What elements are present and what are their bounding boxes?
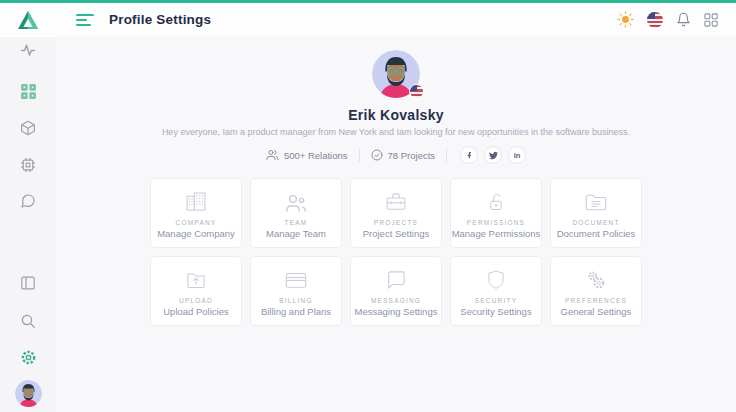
card-category: PROJECTS [374, 219, 418, 226]
profile-bio: Hey everyone, Iam a product manager from… [56, 127, 736, 137]
facebook-button[interactable] [460, 146, 478, 164]
card-messaging-settings[interactable]: MESSAGING Messaging Settings [350, 256, 442, 326]
card-category: PREFERENCES [565, 297, 627, 304]
sidebar [0, 3, 56, 412]
folder-upload-icon [183, 265, 209, 293]
search-icon [20, 313, 36, 329]
card-category: DOCUMENT [572, 219, 619, 226]
shield-icon [484, 265, 508, 293]
divider [446, 148, 447, 162]
box-icon [20, 120, 36, 136]
settings-cards-grid: COMPANY Manage Company TEAM Manage Team [150, 178, 642, 326]
card-general-settings[interactable]: PREFERENCES General Settings [550, 256, 642, 326]
sidebar-item-system[interactable] [0, 157, 56, 173]
profile-name: Erik Kovalsky [56, 107, 736, 123]
twitter-button[interactable] [484, 146, 502, 164]
profile-avatar[interactable] [372, 50, 420, 98]
grid-icon [704, 13, 718, 27]
card-project-settings[interactable]: PROJECTS Project Settings [350, 178, 442, 248]
activity-icon [20, 42, 36, 58]
profile-stats-row: 500+ Relations 78 Projects [56, 146, 736, 164]
relations-stat-label: 500+ Relations [284, 150, 348, 161]
card-title: Manage Company [157, 228, 235, 239]
card-title: Manage Permissions [452, 228, 541, 239]
card-title: Messaging Settings [355, 306, 438, 317]
sidebar-user-avatar[interactable] [15, 380, 42, 407]
card-title: Security Settings [460, 306, 531, 317]
projects-stat: 78 Projects [371, 149, 436, 161]
apps-menu-button[interactable] [704, 13, 718, 27]
page-title: Profile Settings [109, 12, 211, 27]
linkedin-icon: in [514, 151, 521, 160]
sidebar-item-products[interactable] [0, 120, 56, 136]
card-category: TEAM [285, 219, 308, 226]
user-avatar-image [15, 380, 42, 407]
projects-stat-label: 78 Projects [388, 150, 436, 161]
top-accent-bar [0, 0, 736, 3]
card-title: Upload Policies [163, 306, 228, 317]
menu-icon[interactable] [76, 14, 94, 26]
theme-toggle-button[interactable] [617, 11, 634, 28]
triangle-logo-icon [17, 10, 39, 30]
card-category: PERMISSIONS [467, 219, 525, 226]
card-billing-and-plans[interactable]: BILLING Billing and Plans [250, 256, 342, 326]
header: Profile Settings [56, 3, 736, 36]
card-category: SECURITY [475, 297, 517, 304]
main-content: Erik Kovalsky Hey everyone, Iam a produc… [56, 36, 736, 412]
bell-icon [676, 12, 691, 27]
card-document-policies[interactable]: DOCUMENT Document Policies [550, 178, 642, 248]
folder-document-icon [583, 187, 609, 215]
card-title: General Settings [561, 306, 632, 317]
sun-icon [617, 11, 634, 28]
gears-icon [583, 265, 609, 293]
card-category: MESSAGING [371, 297, 421, 304]
social-links: in [460, 146, 526, 164]
sidebar-item-search[interactable] [0, 313, 56, 329]
check-circle-icon [371, 149, 383, 161]
sidebar-item-activity[interactable] [0, 42, 56, 58]
card-upload-policies[interactable]: UPLOAD Upload Policies [150, 256, 242, 326]
message-square-icon [383, 265, 409, 293]
card-title: Document Policies [557, 228, 636, 239]
card-title: Project Settings [363, 228, 430, 239]
unlock-icon [484, 187, 508, 215]
sidebar-item-settings[interactable] [0, 349, 56, 366]
relations-stat: 500+ Relations [266, 149, 348, 161]
sidebar-item-layout[interactable] [0, 275, 56, 291]
card-security-settings[interactable]: SECURITY Security Settings [450, 256, 542, 326]
settings-gear-icon [20, 349, 37, 366]
users-icon [266, 149, 279, 161]
divider [359, 148, 360, 162]
notifications-button[interactable] [676, 12, 691, 27]
language-flag-button[interactable] [647, 12, 663, 28]
briefcase-icon [383, 187, 409, 215]
card-manage-company[interactable]: COMPANY Manage Company [150, 178, 242, 248]
sidebar-item-messages[interactable] [0, 193, 56, 209]
facebook-icon [465, 151, 473, 159]
card-category: COMPANY [176, 219, 217, 226]
team-icon [283, 187, 309, 215]
buildings-icon [183, 187, 209, 215]
header-actions [617, 11, 718, 28]
app-logo[interactable] [0, 3, 56, 37]
layout-icon [20, 275, 36, 291]
country-flag-badge [409, 84, 424, 99]
credit-card-icon [283, 265, 309, 293]
cpu-icon [20, 157, 36, 173]
card-category: BILLING [279, 297, 312, 304]
linkedin-button[interactable]: in [508, 146, 526, 164]
card-manage-team[interactable]: TEAM Manage Team [250, 178, 342, 248]
card-title: Manage Team [266, 228, 326, 239]
card-manage-permissions[interactable]: PERMISSIONS Manage Permissions [450, 178, 542, 248]
sidebar-item-dashboard[interactable] [0, 83, 56, 100]
dashboard-grid-icon [20, 83, 37, 100]
card-category: UPLOAD [179, 297, 213, 304]
chat-bubble-icon [20, 193, 36, 209]
profile-settings-page: Profile Settings [0, 0, 736, 412]
card-title: Billing and Plans [261, 306, 331, 317]
twitter-icon [489, 151, 498, 160]
